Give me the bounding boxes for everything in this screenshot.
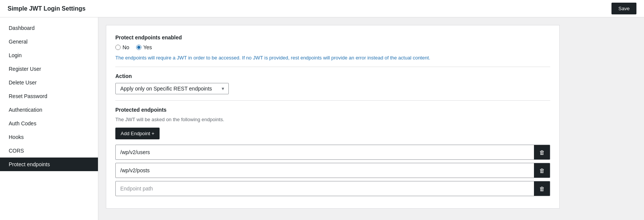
endpoint-input-2[interactable] <box>116 183 534 195</box>
endpoint-row: 🗑 <box>115 181 550 196</box>
endpoint-input-0[interactable] <box>116 146 534 158</box>
radio-no-input[interactable] <box>115 45 121 50</box>
sidebar: DashboardGeneralLoginRegister UserDelete… <box>0 17 98 220</box>
action-title: Action <box>115 73 550 79</box>
sidebar-item-general[interactable]: General <box>0 35 98 48</box>
sidebar-item-login[interactable]: Login <box>0 48 98 62</box>
protected-endpoints-section: Protected endpoints The JWT will be aske… <box>115 107 550 196</box>
action-select[interactable]: Apply only on Specific REST endpointsApp… <box>115 83 229 94</box>
radio-yes-input[interactable] <box>136 45 141 50</box>
delete-endpoint-button-1[interactable]: 🗑 <box>534 163 550 178</box>
endpoint-input-1[interactable] <box>116 164 534 176</box>
main-layout: DashboardGeneralLoginRegister UserDelete… <box>0 17 644 220</box>
protect-endpoints-section: Protect endpoints enabled No Yes The end… <box>115 34 550 61</box>
page-title: Simple JWT Login Settings <box>8 5 85 12</box>
protected-endpoints-title: Protected endpoints <box>115 107 550 113</box>
protect-endpoints-title: Protect endpoints enabled <box>115 34 550 41</box>
trash-icon: 🗑 <box>539 149 545 156</box>
sidebar-item-dashboard[interactable]: Dashboard <box>0 21 98 35</box>
delete-endpoint-button-0[interactable]: 🗑 <box>534 145 550 159</box>
radio-no-text: No <box>123 44 129 50</box>
protect-endpoints-info: The endpoints will require a JWT in orde… <box>115 55 550 61</box>
protected-endpoints-info: The JWT will be asked on the following e… <box>115 117 550 122</box>
endpoints-list: 🗑🗑🗑 <box>115 145 550 196</box>
action-section: Action Apply only on Specific REST endpo… <box>115 73 550 94</box>
endpoint-row: 🗑 <box>115 145 550 160</box>
add-endpoint-button[interactable]: Add Endpoint + <box>115 128 160 139</box>
endpoint-row: 🗑 <box>115 163 550 178</box>
divider-2 <box>115 100 550 101</box>
sidebar-item-authentication[interactable]: Authentication <box>0 103 98 117</box>
action-select-container: Apply only on Specific REST endpointsApp… <box>115 83 229 94</box>
page-header: Simple JWT Login Settings Save <box>0 0 644 17</box>
radio-yes-text: Yes <box>143 44 152 50</box>
protect-endpoints-radio-group: No Yes <box>115 44 550 50</box>
sidebar-item-cors[interactable]: CORS <box>0 144 98 158</box>
trash-icon: 🗑 <box>539 167 545 174</box>
sidebar-item-reset-password[interactable]: Reset Password <box>0 89 98 103</box>
sidebar-item-delete-user[interactable]: Delete User <box>0 76 98 89</box>
trash-icon: 🗑 <box>539 186 545 192</box>
content-area: Protect endpoints enabled No Yes The end… <box>98 17 644 220</box>
radio-yes-label[interactable]: Yes <box>136 44 152 50</box>
sidebar-item-hooks[interactable]: Hooks <box>0 130 98 144</box>
radio-no-label[interactable]: No <box>115 44 129 50</box>
sidebar-item-auth-codes[interactable]: Auth Codes <box>0 117 98 130</box>
divider-1 <box>115 67 550 67</box>
sidebar-item-protect-endpoints[interactable]: Protect endpoints <box>0 158 98 171</box>
sidebar-item-register-user[interactable]: Register User <box>0 62 98 76</box>
delete-endpoint-button-2[interactable]: 🗑 <box>534 181 550 196</box>
save-button[interactable]: Save <box>611 3 636 14</box>
settings-panel: Protect endpoints enabled No Yes The end… <box>106 25 560 209</box>
